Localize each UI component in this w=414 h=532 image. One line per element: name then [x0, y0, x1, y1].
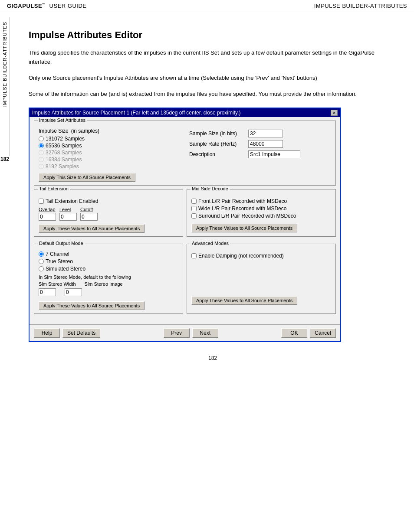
apply-size-button[interactable]: Apply This Size to All Source Placements [39, 173, 135, 182]
damping-checkbox[interactable] [191, 253, 197, 258]
page-title: Impulse Attributes Editor [29, 29, 397, 41]
surround-lr-checkbox[interactable] [191, 213, 197, 219]
overlap-label: Overlap [39, 207, 56, 212]
impulse-size-label: Impulse Size [39, 128, 69, 134]
sim-width-input[interactable] [39, 288, 56, 296]
impulse-set-group: Impulse Set Attributes Impulse Size (in … [34, 121, 336, 186]
page-number-bottom: 182 [29, 355, 397, 361]
level-input[interactable] [59, 213, 77, 221]
sample-rate-input[interactable] [248, 140, 283, 148]
wide-lr-label: Wide L/R Pair Recorded with MSDeco [198, 206, 286, 212]
impulse-size-radio-group: 131072 Samples 65536 Samples 32768 Sampl… [39, 136, 181, 170]
radio-131072-input[interactable] [39, 136, 44, 141]
apply-tail-button[interactable]: Apply These Values to All Source Placeme… [39, 224, 145, 233]
impulse-fields-col: Sample Size (in bits) Sample Rate (Hertz… [189, 128, 331, 182]
description-label: Description [189, 151, 246, 157]
side-tab-label: Impulse Builder-Attributes [2, 22, 7, 107]
output-mode-group: Default Output Mode 7 Channel True Stere… [34, 244, 183, 314]
sim-inputs-row [39, 287, 178, 296]
dialog-body: Impulse Set Attributes Impulse Size (in … [30, 117, 340, 324]
dialog-footer: Help Set Defaults Prev Next OK Cancel [30, 324, 340, 341]
sim-image-input[interactable] [65, 288, 82, 296]
sim-stereo-note: In Sim Stereo Mode, default to the follo… [39, 274, 178, 280]
advanced-group: Advanced Modes Enable Damping (not recom… [187, 244, 336, 314]
sim-labels-row: Sim Stereo Width Sim Stereo Image [39, 281, 178, 287]
radio-65536-label: 65536 Samples [46, 143, 82, 149]
mode-7ch-radio[interactable] [39, 251, 44, 257]
mode-sim-stereo-radio[interactable] [39, 266, 44, 271]
surround-lr-item: Surround L/R Pair Recorded with MSDeco [191, 213, 331, 219]
radio-16384-label: 16384 Samples [46, 157, 82, 163]
advanced-group-title: Advanced Modes [191, 241, 230, 246]
damping-item: Enable Damping (not recommended) [191, 253, 331, 259]
description-para3: Some of the information can be (and is) … [29, 90, 397, 99]
sim-image-label: Sim Stereo Image [85, 281, 123, 287]
mode-sim-stereo-label: Simulated Stereo [46, 266, 85, 272]
radio-65536-input[interactable] [39, 143, 44, 148]
dialog-box: Impulse Attributes for Source Placement … [29, 108, 341, 342]
midside-group-title: Mid Side Decode [191, 186, 230, 191]
dialog-titlebar: Impulse Attributes for Source Placement … [30, 108, 340, 117]
mode-true-stereo-radio[interactable] [39, 259, 44, 264]
front-lr-checkbox[interactable] [191, 199, 197, 204]
tail-enabled-label: Tail Extension Enabled [46, 198, 98, 204]
radio-8192-input[interactable] [39, 164, 44, 169]
sample-rate-label: Sample Rate (Hertz) [189, 141, 246, 147]
side-tab: Impulse Builder-Attributes [0, 17, 10, 156]
sample-size-label: Sample Size (in bits) [189, 131, 246, 137]
mode-true-stereo-label: True Stereo [46, 258, 73, 264]
tail-group-title: Tail Extension [38, 186, 70, 191]
radio-8192-label: 8192 Samples [46, 163, 79, 170]
tail-group: Tail Extension Tail Extension Enabled Ov… [34, 189, 183, 237]
tail-enabled-item: Tail Extension Enabled [39, 198, 178, 204]
sample-rate-row: Sample Rate (Hertz) [189, 140, 331, 148]
wide-lr-item: Wide L/R Pair Recorded with MSDeco [191, 206, 331, 212]
mode-7ch-label: 7 Channel [46, 251, 69, 257]
front-lr-item: Front L/R Pair Recorded with MSDeco [191, 198, 331, 204]
apply-output-button[interactable]: Apply These Values to All Source Placeme… [39, 301, 145, 310]
dialog-close-button[interactable]: × [331, 110, 338, 116]
level-label: Level [59, 207, 77, 212]
output-advanced-section: Default Output Mode 7 Channel True Stere… [34, 244, 336, 317]
mode-sim-stereo-item: Simulated Stereo [39, 266, 178, 272]
radio-16384-input[interactable] [39, 157, 44, 162]
impulse-set-group-title: Impulse Set Attributes [38, 117, 87, 123]
tail-enabled-checkbox[interactable] [39, 199, 44, 204]
description-para2: Only one Source placement's Impulse Attr… [29, 74, 397, 83]
prev-button[interactable]: Prev [164, 328, 190, 338]
level-group: Level [59, 207, 77, 221]
cancel-button[interactable]: Cancel [310, 328, 336, 338]
front-lr-label: Front L/R Pair Recorded with MSDeco [198, 198, 287, 204]
next-button[interactable]: Next [192, 328, 218, 338]
logo: GigaPulse™ [7, 3, 46, 9]
page-number-side: 182 [0, 156, 10, 162]
tail-inputs-row: Overlap Level Cutoff [39, 207, 178, 221]
overlap-input[interactable] [39, 213, 56, 221]
sample-size-input[interactable] [248, 130, 283, 137]
tail-midside-section: Tail Extension Tail Extension Enabled Ov… [34, 189, 336, 240]
overlap-group: Overlap [39, 207, 56, 221]
cutoff-label: Cutoff [80, 207, 98, 212]
set-defaults-button[interactable]: Set Defaults [62, 328, 100, 338]
radio-65536: 65536 Samples [39, 143, 181, 149]
impulse-size-col: Impulse Size (in samples) 131072 Samples… [39, 128, 181, 182]
impulse-size-unit: (in samples) [71, 128, 99, 134]
ok-button[interactable]: OK [281, 328, 307, 338]
mode-7ch-item: 7 Channel [39, 251, 178, 257]
wide-lr-checkbox[interactable] [191, 206, 197, 211]
mode-true-stereo-item: True Stereo [39, 258, 178, 264]
dialog-title: Impulse Attributes for Source Placement … [32, 110, 240, 116]
apply-advanced-button[interactable]: Apply These Values to All Source Placeme… [191, 296, 297, 305]
description-input[interactable] [248, 150, 300, 158]
output-mode-group-title: Default Output Mode [38, 241, 85, 246]
sample-size-row: Sample Size (in bits) [189, 130, 331, 137]
radio-32768-input[interactable] [39, 150, 44, 155]
damping-label: Enable Damping (not recommended) [198, 253, 284, 259]
cutoff-input[interactable] [80, 213, 98, 221]
header-right-title: Impulse Builder-Attributes [314, 3, 407, 9]
radio-32768-label: 32768 Samples [46, 150, 82, 156]
apply-midside-button[interactable]: Apply These Values to All Source Placeme… [191, 224, 297, 232]
header: GigaPulse™ User Guide Impulse Builder-At… [0, 0, 414, 12]
header-subtitle: User Guide [49, 3, 87, 9]
help-button[interactable]: Help [34, 328, 60, 338]
